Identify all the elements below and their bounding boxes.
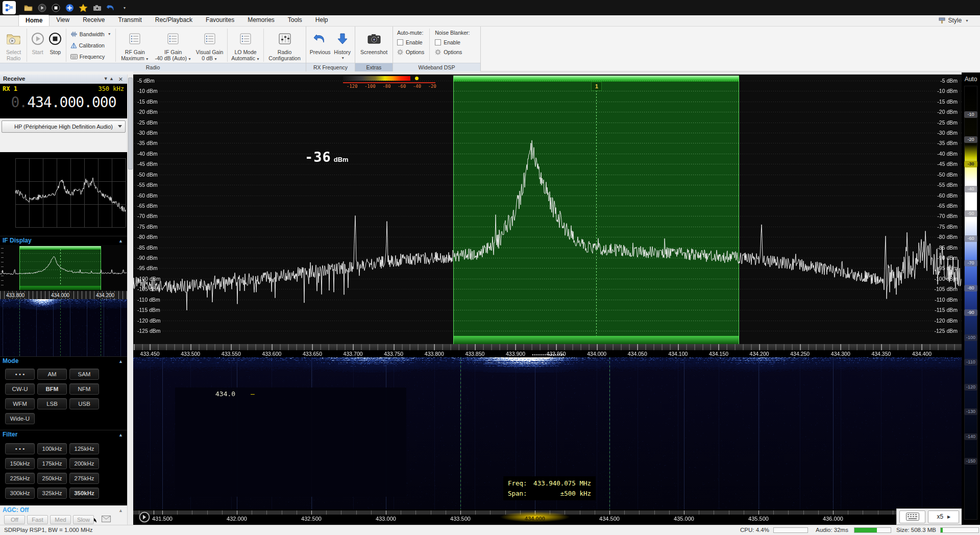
- bandwidth-button[interactable]: Bandwidth▼: [69, 30, 113, 38]
- rf-gain-label2: Maximum▼: [121, 55, 149, 62]
- mode-button-CWU[interactable]: CW-U: [5, 383, 35, 395]
- rf-gain-button[interactable]: RF Gain Maximum▼: [117, 28, 153, 63]
- noise-blanker-options[interactable]: Options: [435, 48, 470, 56]
- screenshot-button[interactable]: Screenshot: [358, 28, 390, 63]
- agc-button-slow[interactable]: Slow: [73, 515, 94, 524]
- record-icon[interactable]: [51, 3, 61, 13]
- keyboard-entry-button[interactable]: [899, 510, 925, 523]
- mode-collapse-icon[interactable]: ▲: [118, 357, 123, 366]
- agc-envelope-icon[interactable]: [102, 516, 111, 522]
- spectrum-ruler[interactable]: [133, 344, 962, 350]
- tab-memories[interactable]: Memories: [241, 15, 281, 26]
- receive-panel-header[interactable]: Receive ▼ ▲ ✕: [0, 75, 127, 84]
- add-icon[interactable]: [64, 3, 75, 13]
- calibration-button[interactable]: Calibration: [69, 41, 113, 50]
- waterfall-scale[interactable]: 431.500432.000432.500433.000433.500434.0…: [133, 509, 962, 525]
- audio-device-select[interactable]: HP (Périphérique High Definition Audio): [2, 120, 126, 133]
- filter-collapse-icon[interactable]: ▲: [118, 431, 123, 440]
- agc-title: AGC: Off: [3, 506, 29, 514]
- radio-configuration-button[interactable]: Radio Configuration: [265, 28, 304, 63]
- automute-options[interactable]: Options: [397, 48, 424, 56]
- filter-header[interactable]: Filter ▲: [0, 430, 127, 439]
- agc-collapse-icon[interactable]: ▲: [118, 506, 123, 515]
- waterfall-scroll-left-button[interactable]: [139, 512, 150, 523]
- if-waterfall[interactable]: [0, 299, 127, 356]
- spectrum-canvas[interactable]: [133, 75, 962, 344]
- filter-button-225kHz[interactable]: 225kHz: [5, 473, 35, 484]
- panel-collapse-icon[interactable]: ▼ ▲: [104, 75, 114, 83]
- history-button[interactable]: History ▼: [332, 28, 353, 63]
- if-gain-label2: -40 dB (Auto)▼: [155, 55, 191, 62]
- filter-button-100kHz[interactable]: 100kHz: [37, 443, 67, 454]
- tab-home[interactable]: Home: [18, 15, 50, 26]
- spectrum-freq-label: 433.850: [465, 351, 484, 357]
- qat-customize-icon[interactable]: ▾: [119, 3, 130, 13]
- mode-button-[interactable]: • • •: [5, 369, 35, 380]
- zoom-x5-button[interactable]: x5 ▶: [928, 510, 959, 523]
- visual-gain-button[interactable]: Visual Gain 0 dB▼: [193, 28, 226, 63]
- previous-button[interactable]: Previous: [308, 28, 332, 63]
- visual-gain-label1: Visual Gain: [196, 49, 224, 55]
- filter-button-150kHz[interactable]: 150kHz: [5, 458, 35, 469]
- tab-receive[interactable]: Receive: [76, 15, 111, 26]
- frequency-display[interactable]: RX 1 350 kHz 0.434.000.000: [0, 84, 127, 118]
- mode-button-SAM[interactable]: SAM: [69, 369, 99, 380]
- filter-button-125kHz[interactable]: 125kHz: [69, 443, 99, 454]
- mode-button-NFM[interactable]: NFM: [69, 383, 99, 395]
- noise-blanker-enable[interactable]: Enable: [435, 38, 470, 46]
- panel-close-icon[interactable]: ✕: [118, 75, 123, 84]
- camera-icon[interactable]: [92, 3, 102, 13]
- left-panel-scrollbar[interactable]: [127, 75, 133, 525]
- open-folder-icon[interactable]: [23, 3, 33, 13]
- mode-button-USB[interactable]: USB: [69, 398, 99, 409]
- if-display-header[interactable]: IF Display ▲: [0, 236, 127, 245]
- play-icon[interactable]: [37, 3, 47, 13]
- style-control[interactable]: Style ▼: [939, 17, 969, 24]
- tuned-frequency[interactable]: 0.434.000.000: [0, 94, 127, 111]
- mode-button-LSB[interactable]: LSB: [37, 398, 67, 409]
- mode-button-WideU[interactable]: Wide-U: [5, 413, 35, 424]
- tab-rec-playback[interactable]: Rec/Playback: [149, 15, 199, 26]
- filter-button-325kHz[interactable]: 325kHz: [37, 488, 67, 499]
- spectrum-display[interactable]: [133, 75, 962, 344]
- mode-header[interactable]: Mode ▲: [0, 356, 127, 366]
- favourite-star-icon[interactable]: [78, 3, 88, 13]
- tab-view[interactable]: View: [50, 15, 76, 26]
- automute-enable[interactable]: Enable: [397, 38, 424, 46]
- if-display-collapse-icon[interactable]: ▲: [118, 237, 123, 246]
- if-gain-button[interactable]: IF Gain -40 dB (Auto)▼: [153, 28, 193, 63]
- if-spectrum[interactable]: [0, 245, 127, 291]
- agc-button-off[interactable]: Off: [4, 515, 25, 524]
- filter-button-300kHz[interactable]: 300kHz: [5, 488, 35, 499]
- colorbar-auto-label[interactable]: Auto: [962, 76, 980, 83]
- tab-help[interactable]: Help: [309, 15, 335, 26]
- select-radio-button[interactable]: Select Radio: [2, 28, 25, 63]
- noise-blanker-enable-checkbox[interactable]: [435, 39, 441, 45]
- scrollbar-thumb[interactable]: [128, 78, 133, 169]
- tab-tools[interactable]: Tools: [281, 15, 309, 26]
- tab-favourites[interactable]: Favourites: [199, 15, 241, 26]
- screenshot-camera-icon: [368, 30, 381, 47]
- mode-button-BFM[interactable]: BFM: [37, 383, 67, 395]
- filter-button-[interactable]: • • •: [5, 443, 35, 454]
- agc-button-med[interactable]: Med: [50, 515, 71, 524]
- mode-button-WFM[interactable]: WFM: [5, 398, 35, 409]
- undo-icon[interactable]: [106, 3, 116, 13]
- agc-button-fast[interactable]: Fast: [27, 515, 48, 524]
- filter-button-200kHz[interactable]: 200kHz: [69, 458, 99, 469]
- agc-header[interactable]: AGC: Off ▲: [0, 505, 127, 515]
- stop-icon: [48, 30, 62, 47]
- mode-button-AM[interactable]: AM: [37, 369, 67, 380]
- filter-button-175kHz[interactable]: 175kHz: [37, 458, 67, 469]
- stop-button[interactable]: Stop: [46, 28, 64, 63]
- app-icon[interactable]: [3, 1, 16, 14]
- lo-mode-button[interactable]: LO Mode Automatic▼: [229, 28, 262, 63]
- frequency-button[interactable]: Frequency: [69, 52, 113, 61]
- colorbar-gradient[interactable]: [964, 86, 977, 520]
- automute-enable-checkbox[interactable]: [397, 39, 403, 45]
- filter-button-250kHz[interactable]: 250kHz: [37, 473, 67, 484]
- tab-transmit[interactable]: Transmit: [112, 15, 149, 26]
- filter-button-275kHz[interactable]: 275kHz: [69, 473, 99, 484]
- filter-button-350kHz[interactable]: 350kHz: [69, 488, 99, 499]
- start-button[interactable]: Start: [29, 28, 46, 63]
